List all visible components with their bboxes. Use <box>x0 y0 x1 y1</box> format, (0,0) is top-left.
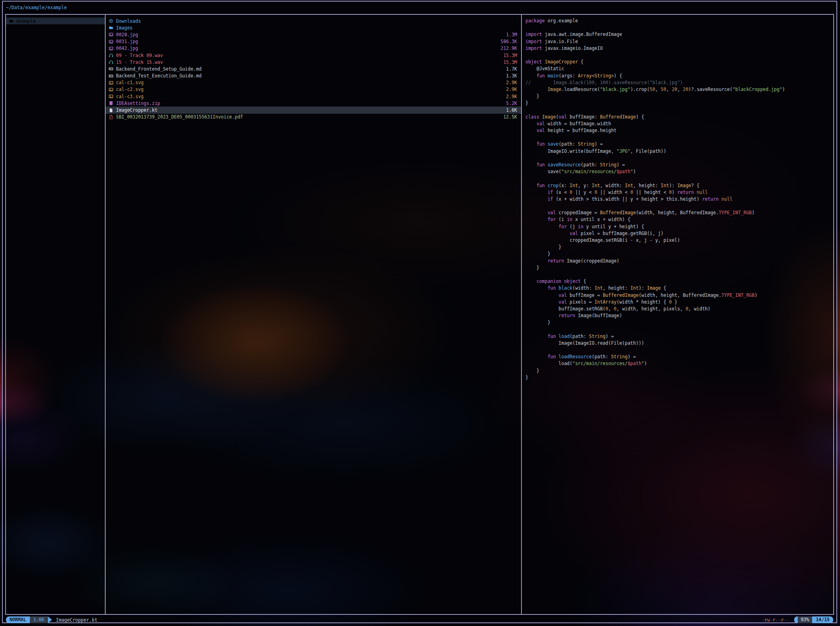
image-icon <box>109 46 113 51</box>
file-size: 15.3M <box>503 59 517 65</box>
file-row[interactable]: Images <box>106 24 521 31</box>
code-line: fun save(path: String) = <box>525 141 833 148</box>
file-row[interactable]: Backend_Frontend_Setup_Guide.md1.7K <box>106 65 521 72</box>
folder-icon <box>9 19 14 23</box>
file-row[interactable]: 0028.jpg1.3M <box>106 31 521 38</box>
file-size: 1.3M <box>506 32 517 38</box>
file-icon <box>109 108 113 113</box>
file-size: 1.7K <box>506 66 517 72</box>
parent-dir-item[interactable]: example <box>6 18 105 24</box>
yazi-panes: example DownloadsImages0028.jpg1.3M0031.… <box>5 14 834 615</box>
powerline-cap-icon <box>794 616 798 623</box>
code-line: return Image(buffImage) <box>525 312 833 319</box>
code-line: object ImageCropper { <box>525 59 833 65</box>
terminal-window: ~/Data/example/example example Downloads… <box>2 1 837 623</box>
code-line: val pixel = buffImage.getRGB(i, j) <box>525 230 833 237</box>
code-line: ImageIO.write(buffImage, "JPG", File(pat… <box>525 148 833 155</box>
code-line: Image.loadResource("black.jpg").crop(50,… <box>525 86 833 93</box>
code-line: } <box>525 100 833 107</box>
code-line: fun main(args: Array<String>) { <box>525 73 833 79</box>
code-line: companion object { <box>525 278 833 285</box>
code-line: } <box>525 319 833 326</box>
file-name: cal-c2.svg <box>116 87 503 92</box>
file-name: SBI_0032013739_2023_DE05_0003155631Invoi… <box>116 114 500 120</box>
code-line: fun load(path: String) = <box>525 333 833 340</box>
code-line: import javax.imageio.ImageIO <box>525 45 833 52</box>
zip-icon <box>109 101 113 105</box>
file-size: 212.9K <box>500 45 517 51</box>
code-line: croppedImage.setRGB(i - x, j - y, pixel) <box>525 237 833 244</box>
file-row[interactable]: ImageCropper.kt1.6K <box>106 107 521 113</box>
code-line: } <box>525 374 833 381</box>
pdf-icon <box>109 115 113 119</box>
image-icon <box>109 32 113 37</box>
file-permissions: -rw-r--r-- <box>761 617 789 623</box>
status-bar-left: NORMAL 1.6K ImageCropper.kt <box>6 616 97 623</box>
code-line: val width = buffImage.width <box>525 120 833 127</box>
code-line: import java.awt.image.BufferedImage <box>525 31 833 38</box>
code-line: return Image(croppedImage) <box>525 258 833 265</box>
code-line <box>525 134 833 141</box>
status-bar: NORMAL 1.6K ImageCropper.kt -rw-r--r-- 9… <box>4 616 835 623</box>
code-line: } <box>525 367 833 374</box>
file-name: Images <box>116 25 514 31</box>
download-icon <box>109 19 113 23</box>
file-name: cal-c1.svg <box>116 80 503 85</box>
file-row[interactable]: cal-c1.svg2.9K <box>106 79 521 86</box>
file-row[interactable]: 15 - Track 15.wav15.3M <box>106 59 521 65</box>
file-name: Backend_Frontend_Setup_Guide.md <box>116 66 503 72</box>
code-line: fun crop(x: Int, y: Int, width: Int, hei… <box>525 182 833 189</box>
file-name: 09 - Track 09.wav <box>116 53 500 58</box>
file-row[interactable]: cal-c2.svg2.9K <box>106 86 521 93</box>
code-line: fun loadResource(path: String) = <box>525 353 833 360</box>
code-line: save("src/main/resources/$path") <box>525 168 833 175</box>
file-list-pane: DownloadsImages0028.jpg1.3M0031.jpg586.3… <box>106 15 522 614</box>
file-size: 586.3K <box>500 39 517 44</box>
code-line: } <box>525 93 833 100</box>
code-line: for (i in x until x + width) { <box>525 216 833 223</box>
file-row[interactable]: SBI_0032013739_2023_DE05_0003155631Invoi… <box>106 114 521 120</box>
file-row[interactable]: IDEAsettings.zip5.2K <box>106 100 521 107</box>
code-line: buffImage.setRGB(0, 0, width, height, pi… <box>525 306 833 312</box>
scroll-percent-badge: 93% <box>798 616 812 623</box>
file-name: 15 - Track 15.wav <box>116 59 500 65</box>
audio-icon <box>109 53 113 57</box>
code-line <box>525 52 833 59</box>
file-size: 15.3M <box>503 53 517 58</box>
code-line <box>525 175 833 182</box>
code-line: val height = buffImage.height <box>525 127 833 134</box>
code-line: } <box>525 265 833 271</box>
code-line <box>525 107 833 113</box>
image-icon <box>109 94 113 99</box>
file-row[interactable]: 0042.jpg212.9K <box>106 45 521 52</box>
file-size: 1.6K <box>506 107 517 113</box>
markdown-icon <box>109 74 113 78</box>
code-line: class Image(val buffImage: BufferedImage… <box>525 114 833 120</box>
code-line: } <box>525 251 833 257</box>
file-row[interactable]: 09 - Track 09.wav15.3M <box>106 52 521 59</box>
code-line: load("src/main/resources/$path") <box>525 360 833 367</box>
file-name: Backend_Test_Execution_Guide.md <box>116 73 503 79</box>
file-row[interactable]: 0031.jpg586.3K <box>106 38 521 45</box>
file-name: ImageCropper.kt <box>116 107 503 113</box>
file-size: 2.9K <box>506 94 517 99</box>
code-line: // Image.black(100, 100).saveResource("b… <box>525 79 833 86</box>
code-line <box>525 347 833 353</box>
audio-icon <box>109 60 113 64</box>
powerline-arrow-icon <box>48 616 52 623</box>
code-preview-pane: package org.example import java.awt.imag… <box>522 15 833 614</box>
file-name: 0028.jpg <box>116 32 503 38</box>
file-name: 0031.jpg <box>116 39 497 44</box>
file-row[interactable]: Downloads <box>106 18 521 24</box>
code-line: fun black(width: Int, height: Int): Imag… <box>525 285 833 292</box>
code-line <box>525 271 833 278</box>
file-size: 2.9K <box>506 87 517 92</box>
file-row[interactable]: cal-c3.svg2.9K <box>106 93 521 100</box>
file-size: 5.2K <box>506 101 517 106</box>
mode-badge: NORMAL <box>6 616 30 623</box>
cursor-position-badge: 14/15 <box>812 616 833 623</box>
status-filename: ImageCropper.kt <box>56 617 97 623</box>
status-bar-right: -rw-r--r-- 93% 14/15 <box>761 616 833 623</box>
file-row[interactable]: Backend_Test_Execution_Guide.md1.3K <box>106 73 521 79</box>
image-icon <box>109 87 113 92</box>
